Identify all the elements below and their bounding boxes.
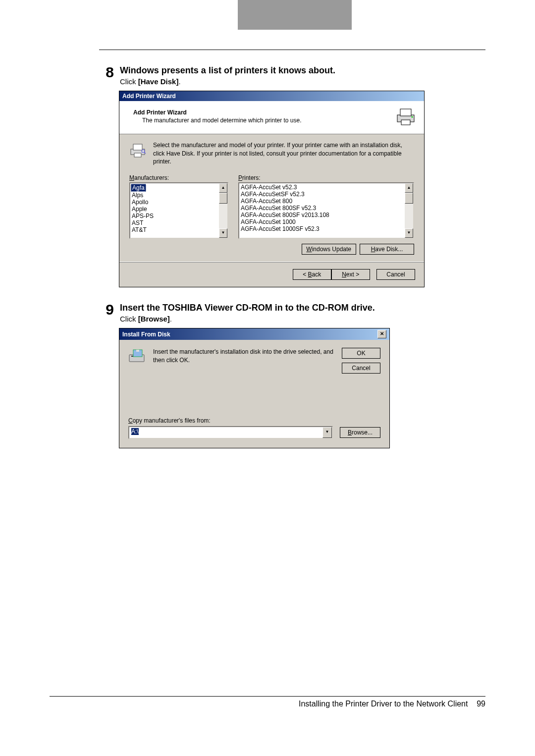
top-rule — [99, 50, 485, 50]
printers-listbox[interactable]: AGFA-AccuSet v52.3 AGFA-AccuSetSF v52.3 … — [238, 182, 414, 239]
install-disk-titlebar: Install From Disk — [122, 331, 170, 338]
step-9: 9 Insert the TOSHIBA Viewer CD-ROM in to… — [99, 302, 485, 323]
list-item[interactable]: Agfa — [131, 184, 146, 192]
wizard-header-title: Add Printer Wizard — [133, 109, 389, 116]
path-combobox[interactable]: A:\ ▼ — [128, 426, 333, 439]
wizard-header: Add Printer Wizard The manufacturer and … — [119, 101, 424, 134]
list-item[interactable]: AGFA-AccuSet v52.3 — [240, 184, 404, 191]
windows-update-button[interactable]: Windows Update — [302, 244, 356, 255]
add-printer-wizard-dialog: Add Printer Wizard Add Printer Wizard Th… — [119, 91, 425, 287]
wizard-body-text: Select the manufacturer and model of you… — [153, 141, 414, 165]
manufacturers-label: Manufacturers: — [129, 174, 228, 181]
svg-rect-6 — [134, 153, 141, 157]
have-disk-button[interactable]: Have Disk... — [360, 244, 414, 255]
browse-button[interactable]: Browse... — [340, 427, 380, 438]
list-item[interactable]: APS-PS — [131, 213, 218, 219]
list-item[interactable]: AT&T — [131, 226, 218, 233]
list-item[interactable]: AGFA-AccuSet 800SF v52.3 — [240, 205, 404, 212]
step-8-number: 8 — [99, 65, 114, 86]
printer-icon — [395, 106, 416, 127]
list-item[interactable]: Apollo — [131, 199, 218, 206]
install-disk-message: Insert the manufacturer's installation d… — [153, 348, 342, 378]
svg-rect-2 — [401, 120, 410, 125]
step-9-number: 9 — [99, 302, 114, 323]
list-item[interactable]: Alps — [131, 192, 218, 199]
scroll-up-icon[interactable]: ▲ — [405, 183, 413, 193]
back-button[interactable]: < Back — [293, 269, 331, 280]
scroll-down-icon[interactable]: ▼ — [405, 228, 413, 238]
scroll-thumb[interactable] — [405, 193, 413, 204]
floppy-disk-icon — [128, 348, 146, 363]
step-8: 8 Windows presents a list of printers it… — [99, 65, 485, 86]
svg-rect-1 — [400, 109, 411, 116]
cancel-button[interactable]: Cancel — [342, 363, 380, 374]
next-button[interactable]: Next > — [331, 269, 370, 280]
scroll-up-icon[interactable]: ▲ — [219, 183, 227, 193]
svg-rect-5 — [133, 144, 142, 150]
printer-small-icon — [129, 142, 146, 159]
step-8-instruction: Click [Have Disk]. — [120, 77, 485, 86]
list-item[interactable]: Apple — [131, 206, 218, 213]
svg-point-3 — [412, 116, 413, 118]
wizard-titlebar: Add Printer Wizard — [119, 91, 424, 101]
list-item[interactable]: AGFA-AccuSet 800 — [240, 198, 404, 205]
scroll-thumb[interactable] — [219, 193, 227, 204]
list-item[interactable]: AGFA-AccuSet 800SF v2013.108 — [240, 212, 404, 218]
scrollbar[interactable]: ▲ ▼ — [405, 183, 413, 238]
cancel-button[interactable]: Cancel — [376, 269, 415, 280]
svg-rect-12 — [136, 350, 139, 352]
list-item[interactable]: AGFA-AccuSet 1000 — [240, 218, 404, 225]
step-8-title: Windows presents a list of printers it k… — [120, 65, 485, 76]
step-9-instruction: Click [Browse]. — [120, 315, 485, 323]
copy-from-label: Copy manufacturer's files from: — [128, 417, 380, 424]
scrollbar[interactable]: ▲ ▼ — [219, 183, 227, 238]
manufacturers-listbox[interactable]: Agfa Alps Apollo Apple APS-PS AST AT&T ▲ — [129, 182, 228, 239]
ok-button[interactable]: OK — [342, 348, 380, 359]
page-footer: Installing the Printer Driver to the Net… — [50, 696, 485, 723]
list-item[interactable]: AGFA-AccuSetSF v52.3 — [240, 191, 404, 198]
list-item[interactable]: AST — [131, 219, 218, 226]
scroll-down-icon[interactable]: ▼ — [219, 228, 227, 238]
path-input[interactable]: A:\ — [129, 427, 322, 438]
printers-label: Printers: — [238, 174, 414, 181]
step-9-title: Insert the TOSHIBA Viewer CD-ROM in to t… — [120, 302, 485, 314]
chevron-down-icon[interactable]: ▼ — [322, 427, 332, 438]
close-icon[interactable]: ✕ — [377, 330, 386, 338]
tab-placeholder — [238, 0, 352, 30]
wizard-header-sub: The manufacturer and model determine whi… — [142, 117, 389, 124]
install-from-disk-dialog: Install From Disk ✕ Insert the manufactu… — [119, 328, 390, 448]
list-item[interactable]: AGFA-AccuSet 1000SF v52.3 — [240, 225, 404, 232]
